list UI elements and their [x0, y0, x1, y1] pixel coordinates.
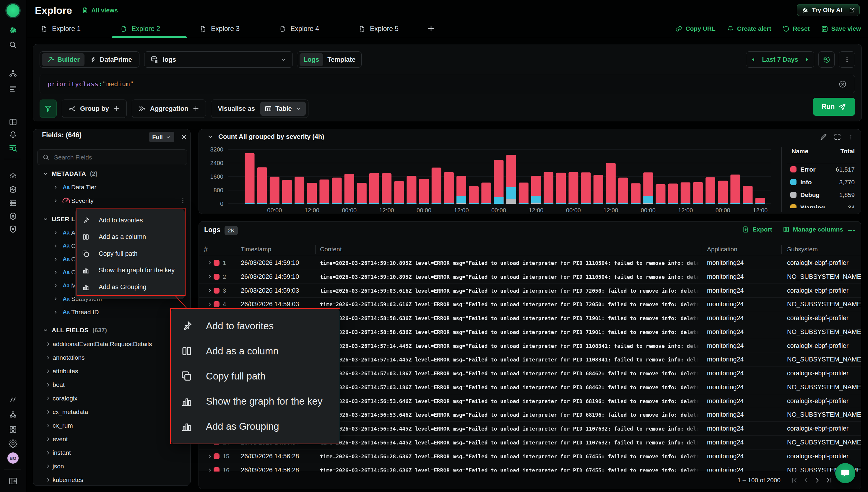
data-usage-nav-icon[interactable]	[8, 410, 18, 419]
menu-item-add-to-favorites[interactable]: Add to favorites	[171, 313, 340, 339]
column-header-index[interactable]: #	[204, 245, 208, 253]
run-query-button[interactable]: Run	[813, 98, 855, 116]
log-row-16[interactable]: 16 26/03/2026 14:56:28 time=2026-03-26T1…	[199, 463, 861, 472]
column-header-application[interactable]: Application	[707, 246, 738, 253]
service-health-nav-icon[interactable]	[8, 185, 18, 194]
template-toggle-button[interactable]: Template	[324, 56, 359, 64]
list-nav-icon[interactable]	[8, 84, 18, 93]
severity-bar-chart[interactable]: 080016002400320000:0012:0000:0012:0000:0…	[199, 129, 861, 214]
insights-nav-icon[interactable]	[8, 212, 18, 221]
extensions-nav-icon[interactable]	[8, 425, 18, 434]
fields-section-metadata[interactable]: METADATA (2)	[42, 170, 97, 177]
tab-explore-4[interactable]: Explore 4	[271, 20, 346, 38]
group-by-button[interactable]: Group by	[62, 100, 127, 118]
menu-item-add-to-favorites[interactable]: Add to favorites	[75, 212, 185, 229]
clear-query-icon[interactable]	[838, 80, 847, 89]
field-item-data-tier[interactable]: AaData Tier	[52, 184, 96, 191]
menu-item-add-as-a-column[interactable]: Add as a column	[75, 229, 185, 246]
menu-item-show-the-graph-for-the-key[interactable]: Show the graph for the key	[171, 389, 340, 414]
dashboards-nav-icon[interactable]	[8, 118, 18, 126]
all-views-link[interactable]: All views	[81, 7, 118, 14]
field-kebab-icon[interactable]	[179, 197, 187, 204]
flow-nav-icon[interactable]	[8, 69, 18, 78]
visualisation-select[interactable]: Table	[260, 102, 306, 116]
field-item-attributes[interactable]: attributes	[45, 368, 78, 375]
time-back-icon[interactable]	[751, 57, 755, 62]
resize-handle-icon[interactable]	[847, 227, 855, 233]
tab-explore-1[interactable]: Explore 1	[32, 20, 107, 38]
export-button[interactable]: Export	[742, 226, 772, 233]
column-header-timestamp[interactable]: Timestamp	[241, 246, 271, 253]
expand-row-icon[interactable]	[207, 453, 213, 460]
time-forward-icon[interactable]	[805, 57, 809, 62]
user-avatar[interactable]: BO	[7, 452, 19, 464]
integrations-nav-icon[interactable]	[8, 395, 18, 404]
column-header-content[interactable]: Content	[320, 246, 342, 253]
fields-section-all-fields[interactable]: ALL FIELDS (637)	[42, 327, 107, 334]
security-nav-icon[interactable]	[8, 225, 18, 233]
log-row-2[interactable]: 2 26/03/2026 14:59:10 time=2026-03-26T14…	[199, 270, 861, 284]
field-item-cx-rum[interactable]: cx_rum	[45, 422, 73, 429]
legend-row-warning[interactable]: Warning 34	[788, 201, 855, 208]
builder-mode-button[interactable]: Builder	[42, 53, 85, 66]
manage-columns-button[interactable]: Manage columns	[782, 226, 843, 233]
field-item-severity[interactable]: Severity	[52, 196, 94, 206]
log-row-15[interactable]: 15 26/03/2026 14:56:28 time=2026-03-26T1…	[199, 449, 861, 463]
expand-row-icon[interactable]	[207, 260, 213, 266]
dataprime-mode-button[interactable]: DataPrime	[85, 56, 137, 64]
chat-bubble-button[interactable]	[835, 463, 855, 483]
menu-item-copy-full-path[interactable]: Copy full path	[75, 245, 185, 262]
expand-row-icon[interactable]	[207, 273, 213, 280]
menu-item-add-as-grouping[interactable]: Add as Grouping	[171, 414, 340, 439]
tab-explore-2[interactable]: Explore 2	[112, 20, 187, 38]
create-alert-button[interactable]: Create alert	[727, 25, 771, 32]
prev-page-icon[interactable]	[802, 476, 810, 484]
settings-nav-icon[interactable]	[8, 439, 18, 448]
field-item-event[interactable]: event	[45, 436, 68, 443]
legend-row-error[interactable]: Error 61,517	[788, 163, 855, 176]
new-tab-button[interactable]	[427, 24, 435, 33]
tab-explore-3[interactable]: Explore 3	[191, 20, 266, 38]
field-item-json[interactable]: json	[45, 463, 64, 470]
query-more-button[interactable]	[839, 51, 855, 68]
alerts-nav-icon[interactable]	[8, 130, 18, 139]
query-history-button[interactable]	[818, 51, 835, 68]
field-item-kubernetes[interactable]: kubernetes	[45, 476, 83, 484]
time-range-picker[interactable]: Last 7 Days	[746, 51, 814, 68]
infrastructure-nav-icon[interactable]	[8, 198, 18, 207]
first-page-icon[interactable]	[791, 476, 798, 484]
field-item-additionaleventdata-requestdetails[interactable]: additionalEventData.RequestDetails	[45, 341, 152, 348]
legend-row-info[interactable]: Info 3,770	[788, 176, 855, 189]
field-item-instant[interactable]: instant	[45, 449, 71, 456]
field-item-cx-metadata[interactable]: cx_metadata	[45, 409, 88, 416]
reset-button[interactable]: Reset	[782, 25, 810, 32]
explore-nav-icon-active[interactable]	[8, 143, 18, 153]
logs-toggle-button[interactable]: Logs	[299, 53, 323, 66]
field-item-beat[interactable]: beat	[45, 381, 65, 388]
next-page-icon[interactable]	[814, 476, 821, 484]
column-header-subsystem[interactable]: Subsystem	[787, 246, 818, 253]
save-view-button[interactable]: Save view	[821, 25, 861, 32]
menu-item-add-as-grouping[interactable]: Add as Grouping	[75, 279, 185, 296]
filters-button[interactable]	[40, 100, 57, 118]
try-olly-ai-button[interactable]: Try Olly AI	[797, 4, 860, 16]
menu-item-copy-full-path[interactable]: Copy full path	[171, 364, 340, 389]
workspace-logo[interactable]	[6, 4, 20, 17]
log-row-3[interactable]: 3 26/03/2026 14:59:03 time=2026-03-26T14…	[199, 284, 861, 298]
field-item-thread-id[interactable]: AaThread ID	[52, 309, 99, 316]
expand-row-icon[interactable]	[207, 301, 213, 308]
tab-explore-5[interactable]: Explore 5	[350, 20, 425, 38]
field-item-coralogix[interactable]: coralogix	[45, 395, 77, 402]
legend-row-debug[interactable]: Debug 1,859	[788, 189, 855, 201]
log-row-1[interactable]: 1 26/03/2026 14:59:10 time=2026-03-26T14…	[199, 256, 861, 270]
collapse-sidebar-icon[interactable]	[8, 476, 18, 486]
menu-item-show-the-graph-for-the-key[interactable]: Show the graph for the key	[75, 262, 185, 279]
search-nav-icon[interactable]	[8, 41, 18, 49]
menu-item-add-as-a-column[interactable]: Add as a column	[171, 339, 340, 364]
expand-row-icon[interactable]	[207, 287, 213, 294]
copy-url-button[interactable]: Copy URL	[675, 25, 716, 32]
query-input[interactable]: priorityclass:"medium"	[40, 75, 855, 93]
last-page-icon[interactable]	[825, 476, 833, 484]
data-source-select[interactable]: logs	[144, 51, 293, 68]
aggregation-button[interactable]: Aggregation	[132, 100, 206, 118]
